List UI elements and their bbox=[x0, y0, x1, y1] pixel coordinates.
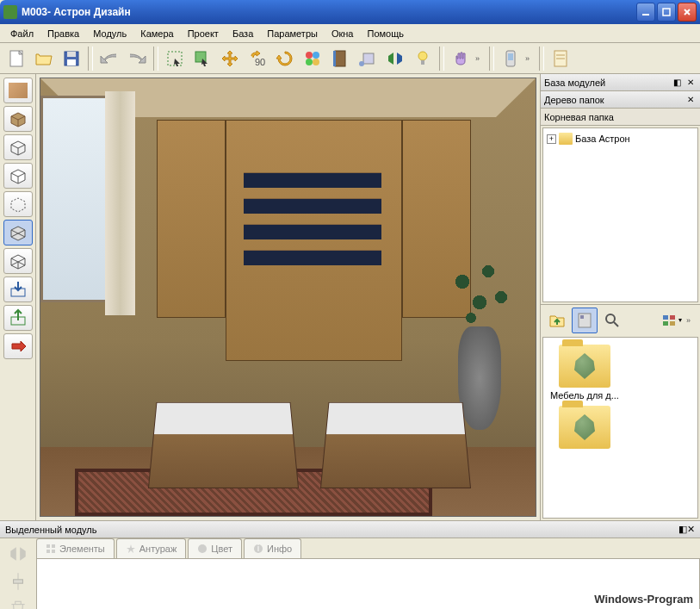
tree-title: Дерево папок bbox=[544, 95, 683, 105]
property-tab-body bbox=[36, 559, 700, 609]
rotate-button[interactable] bbox=[272, 46, 298, 71]
panel-close-icon[interactable]: ✕ bbox=[685, 94, 697, 106]
svg-rect-33 bbox=[670, 321, 675, 326]
menu-camera[interactable]: Камера bbox=[133, 27, 180, 40]
rotate-90-button[interactable]: 90 bbox=[245, 46, 270, 71]
3d-viewport[interactable] bbox=[40, 78, 536, 517]
leaf-icon bbox=[572, 353, 598, 379]
pan-button[interactable] bbox=[448, 46, 474, 71]
new-doc-button[interactable] bbox=[3, 46, 29, 71]
svg-point-10 bbox=[313, 52, 319, 59]
svg-rect-18 bbox=[421, 60, 424, 65]
menu-project[interactable]: Проект bbox=[181, 27, 226, 40]
panel-close-icon[interactable]: ✕ bbox=[685, 77, 697, 89]
light-button[interactable] bbox=[410, 46, 436, 71]
svg-rect-13 bbox=[335, 51, 345, 66]
svg-rect-27 bbox=[580, 315, 584, 319]
tree-node[interactable]: + База Астрон bbox=[547, 132, 694, 146]
box-diag-tool[interactable] bbox=[3, 220, 33, 245]
toolbar-expand[interactable]: » bbox=[525, 54, 536, 63]
toolbar-expand[interactable]: » bbox=[686, 316, 697, 325]
undo-button[interactable] bbox=[96, 46, 122, 71]
phone-button[interactable] bbox=[498, 46, 523, 71]
note-button[interactable] bbox=[548, 46, 573, 71]
svg-text:90: 90 bbox=[255, 57, 265, 67]
svg-point-12 bbox=[313, 59, 319, 65]
svg-point-17 bbox=[418, 52, 427, 60]
info-icon: i bbox=[253, 544, 263, 554]
material-tool[interactable] bbox=[3, 78, 33, 103]
grid-icon bbox=[46, 544, 56, 554]
tab-color[interactable]: Цвет bbox=[188, 538, 242, 558]
menu-base[interactable]: База bbox=[226, 27, 260, 40]
menu-edit[interactable]: Правка bbox=[40, 27, 86, 40]
menu-file[interactable]: Файл bbox=[3, 27, 40, 40]
main-toolbar: 90 » » bbox=[0, 43, 700, 74]
svg-point-42 bbox=[198, 544, 207, 553]
render-button[interactable] bbox=[355, 46, 381, 71]
minimize-button[interactable] bbox=[636, 3, 655, 22]
open-button[interactable] bbox=[31, 46, 57, 71]
menu-help[interactable]: Помощь bbox=[360, 27, 411, 40]
slider-icon[interactable] bbox=[8, 571, 28, 592]
box-wire-tool[interactable] bbox=[3, 134, 33, 160]
svg-text:i: i bbox=[257, 544, 259, 553]
left-toolbar bbox=[0, 74, 36, 520]
detail-view-button[interactable] bbox=[572, 308, 598, 333]
import-tool[interactable] bbox=[3, 277, 33, 302]
tree-item-label: База Астрон bbox=[575, 134, 630, 144]
selected-module-title: Выделенный модуль bbox=[5, 525, 678, 535]
svg-rect-20 bbox=[508, 53, 513, 60]
redo-button[interactable] bbox=[124, 46, 150, 71]
toolbar-separator bbox=[539, 47, 544, 71]
trash-icon[interactable] bbox=[8, 599, 28, 609]
star-icon bbox=[126, 544, 136, 554]
svg-rect-0 bbox=[642, 14, 649, 16]
svg-line-29 bbox=[614, 322, 618, 326]
maximize-button[interactable] bbox=[657, 3, 676, 22]
door-button[interactable] bbox=[327, 46, 353, 71]
folder-tree[interactable]: + База Астрон bbox=[542, 127, 698, 302]
arrow-right-tool[interactable] bbox=[3, 333, 33, 359]
panel-pin-icon[interactable]: ◧ bbox=[671, 77, 683, 89]
panel-pin-icon[interactable]: ◧ bbox=[678, 524, 687, 535]
toolbar-separator bbox=[153, 47, 158, 71]
toolbar-separator bbox=[489, 47, 494, 71]
svg-rect-5 bbox=[67, 59, 76, 65]
box-open-tool[interactable] bbox=[3, 163, 33, 189]
panel-close-icon[interactable]: ✕ bbox=[687, 524, 695, 535]
move-button[interactable] bbox=[217, 46, 243, 71]
search-button[interactable] bbox=[599, 308, 625, 333]
export-tool[interactable] bbox=[3, 305, 33, 331]
menu-module[interactable]: Модуль bbox=[86, 27, 133, 40]
color-button[interactable] bbox=[300, 46, 325, 71]
tab-elements[interactable]: Элементы bbox=[36, 538, 115, 558]
menu-windows[interactable]: Окна bbox=[325, 27, 361, 40]
up-folder-button[interactable] bbox=[544, 308, 570, 333]
box-solid-tool[interactable] bbox=[3, 106, 33, 132]
catalog-view[interactable]: Мебель для д... bbox=[542, 337, 698, 519]
box-3d-tool[interactable] bbox=[3, 248, 33, 274]
tab-entourage[interactable]: Антураж bbox=[116, 538, 187, 558]
svg-rect-14 bbox=[333, 51, 336, 66]
box-dashed-tool[interactable] bbox=[3, 191, 33, 217]
menu-params[interactable]: Параметры bbox=[260, 27, 325, 40]
select-rect-button[interactable] bbox=[162, 46, 188, 71]
catalog-item[interactable] bbox=[550, 406, 619, 449]
catalog-item[interactable]: Мебель для д... bbox=[550, 345, 619, 401]
root-folder-header[interactable]: Корневая папка bbox=[541, 109, 700, 126]
tree-expand-icon[interactable]: + bbox=[547, 134, 556, 144]
mirror-icon[interactable] bbox=[8, 544, 28, 564]
mirror-button[interactable] bbox=[382, 46, 408, 71]
toolbar-expand[interactable]: » bbox=[475, 54, 486, 63]
close-button[interactable] bbox=[678, 3, 697, 22]
toolbar-separator bbox=[439, 47, 444, 71]
svg-rect-39 bbox=[52, 544, 55, 548]
tab-info[interactable]: iИнфо bbox=[244, 538, 301, 558]
svg-point-9 bbox=[306, 52, 313, 59]
property-tabs: Элементы Антураж Цвет iИнфо bbox=[36, 538, 700, 559]
svg-rect-37 bbox=[15, 601, 22, 604]
view-options-button[interactable]: ▾ bbox=[659, 308, 685, 333]
select-cursor-button[interactable] bbox=[189, 46, 215, 71]
save-button[interactable] bbox=[59, 46, 84, 71]
